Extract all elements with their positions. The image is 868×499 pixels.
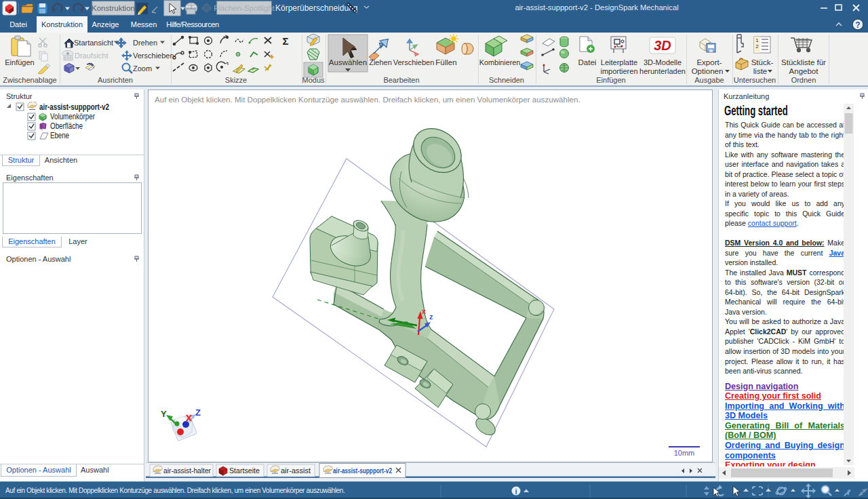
svg-text:3D: 3D: [654, 38, 671, 53]
svg-text:Zwischenablage: Zwischenablage: [3, 76, 57, 84]
svg-text:z: z: [429, 313, 433, 321]
svg-text:Datei: Datei: [578, 58, 597, 66]
svg-text:Oberfläche: Oberfläche: [50, 121, 83, 131]
svg-text:3D-Modelle: 3D-Modelle: [644, 58, 682, 66]
svg-text:Füllen: Füllen: [435, 58, 456, 66]
svg-text:Einfügen: Einfügen: [5, 58, 34, 66]
svg-text:1: 1: [755, 37, 759, 43]
svg-text:Optionen: Optionen: [692, 67, 724, 75]
svg-text:Verschieben: Verschieben: [133, 52, 174, 60]
svg-text:10mm: 10mm: [674, 449, 695, 457]
svg-text:liste: liste: [753, 67, 767, 75]
svg-text:herunterladen: herunterladen: [639, 67, 686, 75]
svg-text:Angebot: Angebot: [789, 67, 819, 75]
svg-text:Verschieben: Verschieben: [393, 58, 435, 66]
svg-text:Stückliste für: Stückliste für: [781, 58, 826, 66]
svg-text:Flächen-Spotlight: Flächen-Spotlight: [214, 4, 275, 12]
svg-text:Drehen: Drehen: [133, 39, 157, 47]
svg-text:Zoom: Zoom: [133, 64, 152, 73]
svg-text:Bearbeiten: Bearbeiten: [383, 76, 419, 84]
svg-text:air-assist-suppport-v2: air-assist-suppport-v2: [333, 466, 392, 475]
svg-text:Ausrichten: Ausrichten: [98, 76, 133, 84]
svg-text:Σ: Σ: [282, 35, 288, 47]
svg-text:Ordnen: Ordnen: [791, 76, 816, 84]
svg-text:Körperüberschneidung: Körperüberschneidung: [275, 3, 357, 13]
svg-text:Untersuchen: Untersuchen: [734, 76, 776, 84]
svg-text:Ziehen: Ziehen: [369, 58, 392, 66]
svg-text:Skizze: Skizze: [225, 76, 247, 84]
svg-text:Z: Z: [195, 407, 201, 418]
svg-text:air-assist: air-assist: [281, 466, 311, 475]
svg-text:importieren: importieren: [600, 67, 637, 75]
svg-text:Startseite: Startseite: [229, 466, 260, 475]
svg-text:Volumenkörper: Volumenkörper: [50, 112, 95, 121]
svg-text:Draufsicht: Draufsicht: [75, 52, 108, 60]
svg-text:2: 2: [755, 43, 759, 49]
svg-text:Leiterplatte: Leiterplatte: [601, 58, 637, 66]
svg-text:Konstruktion: Konstruktion: [92, 4, 135, 12]
svg-text:Export-: Export-: [696, 58, 722, 66]
svg-text:Ebene: Ebene: [50, 131, 69, 140]
svg-text:Stück-: Stück-: [751, 58, 774, 66]
svg-text:Kombinieren: Kombinieren: [479, 58, 521, 66]
svg-text:x: x: [422, 307, 427, 315]
svg-text:Startansicht: Startansicht: [74, 39, 113, 47]
svg-text:Y: Y: [161, 409, 167, 419]
svg-text:i: i: [515, 487, 517, 496]
svg-text:air-assist-suppport-v2: air-assist-suppport-v2: [39, 102, 109, 112]
svg-text:?: ?: [855, 20, 860, 30]
svg-text:Auswählen: Auswählen: [329, 58, 367, 66]
svg-text:air-assist-halter: air-assist-halter: [163, 466, 211, 475]
svg-text:Einfügen: Einfügen: [596, 76, 625, 84]
svg-text:Ausgabe: Ausgabe: [694, 76, 724, 84]
svg-text:Schneiden: Schneiden: [489, 76, 524, 84]
